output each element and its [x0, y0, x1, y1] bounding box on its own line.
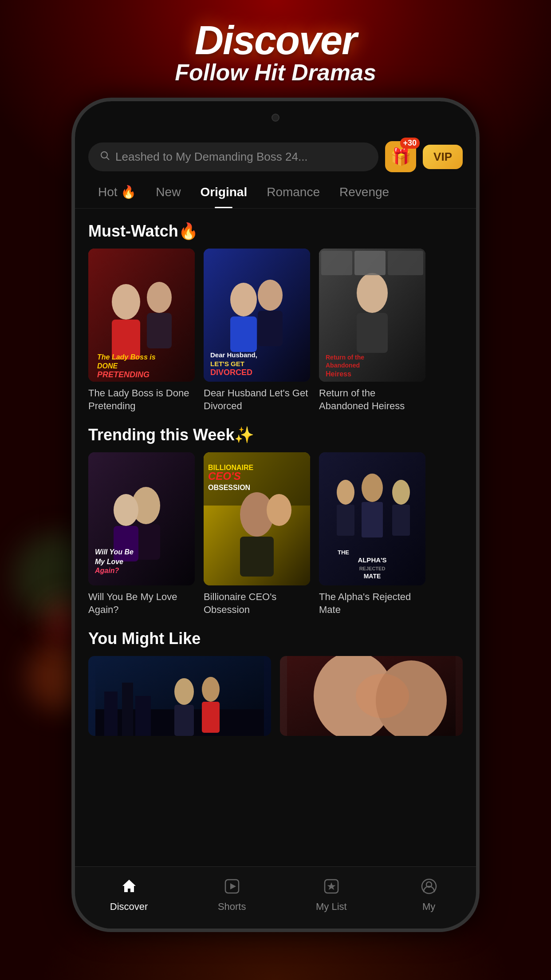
tab-new[interactable]: New	[146, 182, 190, 203]
svg-text:MATE: MATE	[364, 573, 381, 580]
svg-point-44	[337, 480, 354, 505]
svg-rect-20	[357, 313, 388, 353]
svg-rect-12	[258, 311, 283, 346]
svg-point-39	[267, 494, 291, 526]
poster-lady-boss: The Lady Boss is DONE PRETENDING	[88, 249, 195, 382]
tab-revenge-label: Revenge	[339, 185, 389, 199]
card-lady-boss-title: The Lady Boss is Done Pretending	[88, 387, 195, 412]
card-ceo-title: Billionaire CEO's Obsession	[204, 591, 310, 616]
card-alpha-title: The Alpha's Rejected Mate	[319, 591, 425, 616]
svg-rect-31	[114, 526, 138, 561]
gift-icon: 🎁	[390, 147, 411, 166]
svg-rect-62	[202, 702, 220, 733]
bottom-navigation: Discover Shorts	[75, 866, 476, 929]
phone-screen: Leashed to My Demanding Boss 24... 🎁 +30…	[75, 101, 476, 929]
card-lady-boss[interactable]: The Lady Boss is DONE PRETENDING The Lad…	[88, 249, 195, 412]
search-bar: Leashed to My Demanding Boss 24... 🎁 +30…	[88, 141, 463, 172]
svg-line-1	[107, 158, 110, 160]
svg-text:My Love: My Love	[95, 558, 123, 565]
svg-text:DIVORCED: DIVORCED	[210, 368, 252, 377]
search-input[interactable]: Leashed to My Demanding Boss 24...	[88, 142, 378, 171]
svg-point-46	[362, 474, 383, 502]
svg-point-5	[112, 284, 140, 320]
tab-original[interactable]: Original	[190, 182, 257, 203]
poster-dear-husband: Dear Husband, LET'S GET DIVORCED	[204, 249, 310, 382]
svg-point-61	[202, 677, 220, 702]
nav-my-list[interactable]: My List	[316, 874, 347, 913]
svg-point-0	[101, 152, 107, 158]
svg-text:Again?: Again?	[94, 567, 119, 574]
scrollable-area[interactable]: Leashed to My Demanding Boss 24... 🎁 +30…	[75, 128, 476, 866]
svg-text:PRETENDING: PRETENDING	[97, 370, 150, 379]
card-ceo[interactable]: BILLIONAIRE CEO'S OBSESSION Billionaire …	[204, 452, 310, 616]
gift-badge: +30	[400, 138, 420, 149]
nav-discover[interactable]: Discover	[110, 874, 148, 913]
svg-text:Heiress: Heiress	[326, 370, 351, 378]
must-watch-row: The Lady Boss is DONE PRETENDING The Lad…	[75, 249, 476, 412]
svg-marker-68	[230, 883, 236, 889]
card-you-might-1[interactable]	[88, 656, 271, 736]
tab-romance[interactable]: Romance	[257, 182, 330, 203]
header-title: Discover	[0, 18, 551, 63]
card-you-might-2[interactable]	[280, 656, 463, 736]
svg-text:ALPHA'S: ALPHA'S	[358, 556, 386, 564]
svg-point-19	[357, 273, 388, 313]
svg-rect-14	[230, 316, 257, 352]
svg-point-13	[230, 283, 257, 316]
poster-ceo: BILLIONAIRE CEO'S OBSESSION	[204, 452, 310, 585]
svg-text:Abandoned: Abandoned	[326, 362, 360, 369]
my-list-icon	[319, 874, 343, 898]
svg-text:DONE: DONE	[97, 362, 118, 370]
discover-label: Discover	[110, 901, 148, 913]
svg-point-48	[392, 480, 410, 505]
card-heiress[interactable]: Return of the Abandoned Heiress Return o…	[319, 249, 425, 412]
tab-revenge[interactable]: Revenge	[330, 182, 399, 203]
svg-rect-47	[362, 502, 383, 537]
must-watch-header: Must-Watch🔥	[75, 209, 476, 249]
poster-love-again: Will You Be My Love Again?	[88, 452, 195, 585]
gift-button[interactable]: 🎁 +30	[385, 141, 416, 172]
tab-new-label: New	[156, 185, 181, 199]
you-might-like-row	[75, 656, 476, 736]
svg-rect-56	[104, 692, 118, 736]
svg-point-59	[174, 678, 194, 705]
header-subtitle: Follow Hit Dramas	[0, 59, 551, 86]
discover-icon	[117, 874, 141, 898]
my-icon	[417, 874, 441, 898]
svg-text:THE: THE	[338, 549, 349, 556]
svg-rect-23	[388, 251, 423, 275]
card-dear-husband[interactable]: Dear Husband, LET'S GET DIVORCED Dear Hu…	[204, 249, 310, 412]
search-icon	[99, 150, 110, 163]
svg-rect-45	[337, 505, 354, 536]
shorts-icon	[220, 874, 244, 898]
card-alpha[interactable]: THE ALPHA'S REJECTED MATE The Alpha's Re…	[319, 452, 425, 616]
shorts-label: Shorts	[218, 901, 246, 913]
svg-text:REJECTED: REJECTED	[359, 566, 386, 571]
phone-frame: Leashed to My Demanding Boss 24... 🎁 +30…	[71, 98, 480, 932]
card-heiress-title: Return of the Abandoned Heiress	[319, 387, 425, 412]
svg-rect-22	[354, 251, 386, 275]
vip-button[interactable]: VIP	[423, 145, 463, 169]
svg-rect-49	[392, 505, 410, 536]
search-placeholder-text: Leashed to My Demanding Boss 24...	[115, 150, 308, 164]
svg-point-11	[258, 280, 283, 311]
svg-point-66	[356, 674, 409, 718]
svg-rect-58	[135, 696, 151, 736]
my-label: My	[422, 901, 435, 913]
header-section: Discover Follow Hit Dramas	[0, 18, 551, 86]
screen-content: Leashed to My Demanding Boss 24... 🎁 +30…	[75, 128, 476, 929]
trending-header: Trending this Week✨	[75, 412, 476, 452]
nav-my[interactable]: My	[417, 874, 441, 913]
tab-hot[interactable]: Hot 🔥	[88, 181, 146, 203]
svg-text:Will You Be: Will You Be	[95, 548, 134, 556]
tab-romance-label: Romance	[267, 185, 320, 199]
you-might-like-header: You Might Like	[75, 616, 476, 656]
nav-shorts[interactable]: Shorts	[218, 874, 246, 913]
card-dear-husband-title: Dear Husband Let's Get Divorced	[204, 387, 310, 412]
svg-text:Return of the: Return of the	[326, 354, 364, 361]
camera-notch	[272, 114, 279, 122]
trending-row: Will You Be My Love Again? Will You Be M…	[75, 452, 476, 616]
svg-text:LET'S GET: LET'S GET	[210, 360, 244, 368]
card-love-again[interactable]: Will You Be My Love Again? Will You Be M…	[88, 452, 195, 616]
category-tabs: Hot 🔥 New Original Romance Revenge	[75, 181, 476, 209]
